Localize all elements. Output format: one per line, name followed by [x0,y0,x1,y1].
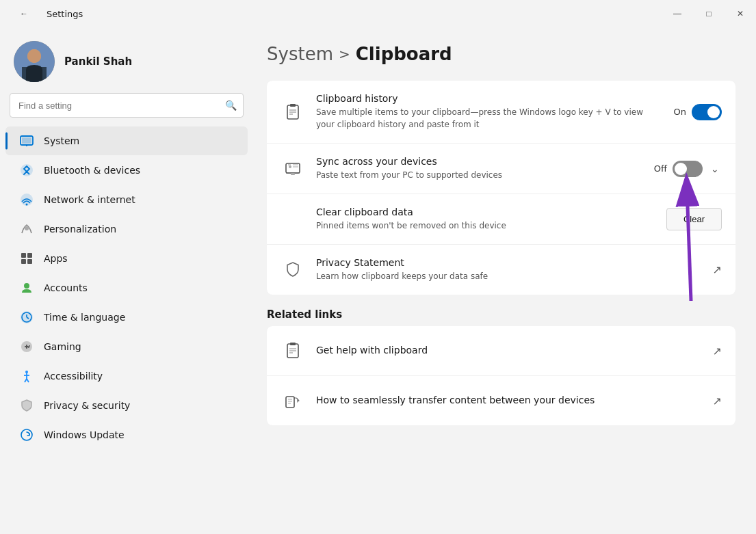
sidebar-item-accounts[interactable]: Accounts [5,273,248,302]
sync-devices-card: Sync across your devices Paste text from… [267,144,735,194]
sidebar-item-bluetooth[interactable]: Bluetooth & devices [5,156,248,185]
accessibility-icon [19,369,34,384]
search-input[interactable] [10,93,244,118]
clear-button[interactable]: Clear [666,208,722,230]
breadcrumb-parent: System [267,44,333,64]
related-transfer-label: How to seamlessly transfer content betwe… [316,395,702,405]
sidebar: Pankil Shah 🔍 System [0,27,253,534]
back-icon: ← [20,9,28,18]
svg-rect-14 [27,253,32,258]
svg-rect-15 [21,259,26,264]
clipboard-history-title: Clipboard history [316,93,663,104]
system-icon [19,133,34,148]
user-name: Pankil Shah [64,55,132,68]
bluetooth-icon [19,163,34,178]
app-body: Pankil Shah 🔍 System [0,27,756,534]
sidebar-item-label-apps: Apps [44,253,68,264]
sidebar-item-system[interactable]: System [5,126,248,155]
svg-point-17 [24,283,29,289]
back-button[interactable]: ← [8,0,40,27]
sidebar-item-label-time: Time & language [44,312,125,323]
svg-point-12 [25,226,29,230]
breadcrumb-separator: > [339,46,350,62]
privacy-external-link-icon[interactable]: ↗ [713,263,722,276]
related-help-label: Get help with clipboard [316,345,702,356]
sync-devices-title: Sync across your devices [316,156,643,167]
transfer-external-link-icon[interactable]: ↗ [713,395,722,408]
svg-rect-34 [290,104,296,107]
sync-devices-state: Off [654,163,667,174]
minimize-button[interactable]: — [662,0,693,27]
sidebar-item-privacy[interactable]: Privacy & security [5,391,248,420]
clipboard-history-card: Clipboard history Save multiple items to… [267,81,735,144]
privacy-icon [19,398,34,413]
sync-devices-control: Off ⌄ [654,161,722,177]
sidebar-item-label-gaming: Gaming [44,341,81,352]
svg-point-4 [27,49,41,63]
svg-point-26 [28,347,29,348]
breadcrumb: System > Clipboard [267,44,735,64]
privacy-statement-icon [281,258,305,282]
search-icon: 🔍 [225,100,237,111]
avatar [14,41,55,82]
sync-chevron-button[interactable]: ⌄ [708,161,722,177]
toggle-knob-sync [675,163,687,175]
clipboard-history-state: On [674,107,686,117]
svg-rect-40 [288,164,291,165]
sidebar-item-accessibility[interactable]: Accessibility [5,362,248,390]
clipboard-history-icon [281,100,305,124]
sidebar-item-time[interactable]: Time & language [5,303,248,332]
sidebar-item-personalization[interactable]: Personalization [5,215,248,243]
settings-card-group: Clipboard history Save multiple items to… [267,81,735,295]
svg-point-39 [289,165,291,168]
svg-rect-50 [286,397,294,408]
svg-rect-44 [291,173,295,175]
accounts-icon [19,280,34,295]
app-title: Settings [47,9,83,19]
search-box: 🔍 [10,93,244,118]
sidebar-item-gaming[interactable]: Gaming [5,332,248,361]
svg-rect-16 [27,259,32,264]
svg-point-11 [26,204,28,206]
apps-icon [19,251,34,266]
user-profile[interactable]: Pankil Shah [0,27,253,93]
help-icon [281,338,305,363]
sidebar-item-windowsupdate[interactable]: Windows Update [5,420,248,449]
svg-point-32 [21,429,32,440]
sidebar-item-label-accounts: Accounts [44,282,88,293]
main-content: System > Clipboard [253,27,756,534]
svg-rect-6 [22,137,31,144]
clear-clipboard-title: Clear clipboard data [316,206,655,217]
sidebar-item-apps[interactable]: Apps [5,244,248,273]
svg-point-25 [29,345,30,347]
clipboard-history-toggle[interactable] [692,104,722,120]
close-button[interactable]: ✕ [725,0,756,27]
privacy-statement-card[interactable]: Privacy Statement Learn how clipboard ke… [267,245,735,295]
svg-rect-13 [21,253,26,258]
time-icon [19,310,34,325]
sidebar-item-label-accessibility: Accessibility [44,371,103,382]
clear-clipboard-card: Clear clipboard data Pinned items won't … [267,194,735,245]
svg-line-31 [27,379,29,382]
sidebar-item-label-windowsupdate: Windows Update [44,429,125,440]
gaming-icon [19,339,34,354]
sidebar-nav: System Bluetooth & devices [0,126,253,450]
related-link-transfer[interactable]: How to seamlessly transfer content betwe… [267,376,735,425]
svg-point-27 [25,371,28,373]
maximize-button[interactable]: □ [693,0,725,27]
sidebar-item-label-personalization: Personalization [44,224,116,235]
windowsupdate-icon [19,427,34,442]
personalization-icon [19,222,34,237]
sidebar-item-label-system: System [44,135,79,146]
sync-devices-toggle[interactable] [673,161,703,177]
sidebar-item-label-privacy: Privacy & security [44,400,130,411]
clear-clipboard-desc: Pinned items won't be removed on this de… [316,219,655,232]
network-icon [19,192,34,207]
related-link-help[interactable]: Get help with clipboard ↗ [267,326,735,376]
svg-rect-46 [290,343,296,345]
clipboard-history-control: On [674,104,722,120]
sidebar-item-label-bluetooth: Bluetooth & devices [44,165,140,176]
sync-icon [281,157,305,181]
help-external-link-icon[interactable]: ↗ [713,345,722,358]
sidebar-item-network[interactable]: Network & internet [5,185,248,214]
